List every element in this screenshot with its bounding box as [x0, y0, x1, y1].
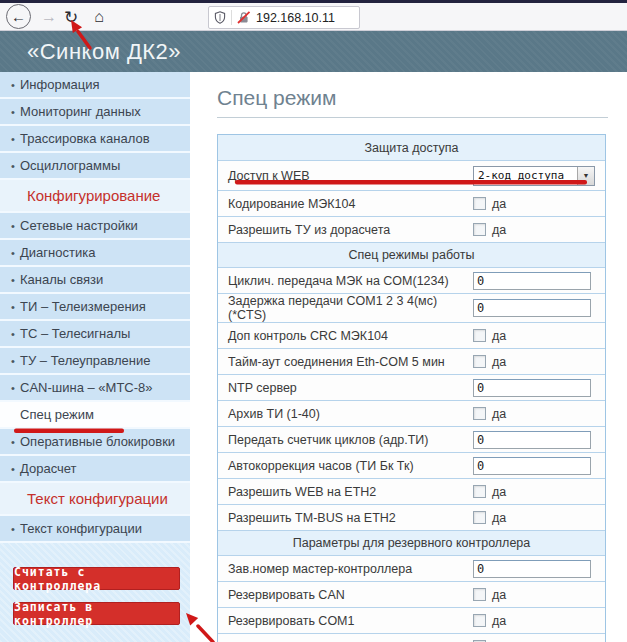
sidebar-item-active[interactable]: •Спец режим	[0, 402, 190, 429]
table-row: Кодирование МЭК104да	[218, 190, 605, 216]
row-control: да	[473, 511, 605, 525]
sidebar-buttons: Считать с контроллера Записать в контрол…	[13, 567, 180, 636]
sidebar-item-link[interactable]: •ТИ – Телеизмерения	[0, 294, 190, 321]
checkbox-suffix-label: да	[492, 329, 506, 343]
sidebar-item-label: Дорасчет	[20, 461, 77, 476]
page-title: Спец режим	[217, 86, 608, 118]
checkbox-suffix-label: да	[492, 407, 506, 421]
checkbox[interactable]	[473, 355, 486, 368]
site-header: «Синком ДК2»	[0, 31, 627, 72]
sidebar-item-label: Осциллограммы	[20, 158, 120, 173]
row-label: Автокоррекция часов (ТИ Бк Тк)	[218, 459, 473, 473]
checkbox[interactable]	[473, 329, 486, 342]
section-header-label: Защита доступа	[364, 141, 458, 155]
bullet-icon: •	[6, 220, 20, 232]
browser-toolbar: ← → ↻ ⌂ 192.168.10.11	[0, 3, 627, 31]
checkbox-suffix-label: да	[492, 588, 506, 602]
bullet-icon: •	[6, 463, 20, 475]
access-mode-select[interactable]: 2-код доступа▼	[473, 166, 595, 186]
sidebar-item-link[interactable]: •Диагностика	[0, 240, 190, 267]
select-value: 2-код доступа	[474, 167, 577, 185]
value-input[interactable]	[473, 457, 591, 475]
bullet-icon: •	[6, 436, 20, 448]
sidebar-item-link[interactable]: •Текст конфигурации	[0, 516, 190, 543]
checkbox[interactable]	[473, 588, 486, 601]
value-input[interactable]	[473, 560, 591, 578]
insecure-lock-icon[interactable]	[237, 11, 251, 24]
table-row: Архив ТИ (1-40)да	[218, 400, 605, 426]
sidebar-item-link[interactable]: •Сетевые настройки	[0, 213, 190, 240]
row-label: Разрешить TM-BUS на ETH2	[218, 511, 473, 525]
table-section-header: Параметры для резервного контроллера	[218, 530, 605, 555]
sidebar-item-label: ТИ – Телеизмерения	[20, 299, 146, 314]
checkbox-suffix-label: да	[492, 197, 506, 211]
row-control	[473, 457, 605, 475]
row-control: да	[473, 329, 605, 343]
bullet-icon: •	[6, 247, 20, 259]
row-label: Резервировать COM1	[218, 614, 473, 628]
row-control: да	[473, 485, 605, 499]
checkbox-suffix-label: да	[492, 223, 506, 237]
sidebar-item-link[interactable]: •Дорасчет	[0, 456, 190, 483]
bullet-icon: •	[6, 382, 20, 394]
table-row: Разрешить WEB на ETH2да	[218, 478, 605, 504]
checkbox[interactable]	[473, 614, 486, 627]
row-label: Циклич. передача МЭК на COM(1234)	[218, 274, 473, 288]
settings-table: Защита доступаДоступ к WEB2-код доступа▼…	[217, 134, 606, 642]
checkbox[interactable]	[473, 223, 486, 236]
table-row: Доп контроль CRC МЭК104да	[218, 322, 605, 348]
read-from-controller-button[interactable]: Считать с контроллера	[13, 567, 180, 590]
reload-button[interactable]: ↻	[58, 4, 84, 30]
row-label: Зав.номер мастер-контроллера	[218, 562, 473, 576]
row-control: да	[473, 355, 605, 369]
checkbox[interactable]	[473, 197, 486, 210]
bullet-icon: •	[6, 301, 20, 313]
chevron-down-icon[interactable]: ▼	[577, 167, 594, 185]
sidebar-item-link[interactable]: •ТС – Телесигналы	[0, 321, 190, 348]
row-control: да	[473, 588, 605, 602]
sidebar-item-link[interactable]: •ТУ – Телеуправление	[0, 348, 190, 375]
value-input[interactable]	[473, 272, 591, 290]
row-control	[473, 379, 605, 397]
sidebar-item-link[interactable]: •Каналы связи	[0, 267, 190, 294]
sidebar-item-link[interactable]: •CAN-шина – «МТС-8»	[0, 375, 190, 402]
checkbox-suffix-label: да	[492, 355, 506, 369]
row-control: да	[473, 197, 605, 211]
bullet-icon: •	[6, 106, 20, 118]
row-label: Задержка передачи COM1 2 3 4(мс)(*CTS)	[218, 294, 473, 322]
sidebar-item-label: Трассировка каналов	[20, 131, 150, 146]
address-separator	[231, 10, 232, 25]
checkbox[interactable]	[473, 407, 486, 420]
shield-icon[interactable]	[214, 11, 226, 24]
table-row: Доступ к WEB2-код доступа▼	[218, 160, 605, 190]
home-button[interactable]: ⌂	[86, 4, 112, 30]
row-control	[473, 272, 605, 290]
sidebar-item-link[interactable]: •Информация	[0, 72, 190, 99]
table-row: Резервировать COM2да	[218, 633, 605, 642]
main-content: Спец режим Защита доступаДоступ к WEB2-к…	[190, 72, 627, 642]
row-control: да	[473, 407, 605, 421]
value-input[interactable]	[473, 431, 591, 449]
bullet-icon: •	[6, 160, 20, 172]
table-row: Циклич. передача МЭК на COM(1234)	[218, 267, 605, 293]
sidebar-item-link[interactable]: •Оперативные блокировки	[0, 429, 190, 456]
checkbox[interactable]	[473, 485, 486, 498]
value-input[interactable]	[473, 299, 591, 317]
sidebar-item-label: Диагностика	[20, 245, 95, 260]
sidebar-item-label: Сетевые настройки	[20, 218, 138, 233]
value-input[interactable]	[473, 379, 591, 397]
row-control: 2-код доступа▼	[473, 166, 605, 186]
sidebar-item-label: Спец режим	[20, 407, 94, 422]
back-button[interactable]: ←	[6, 4, 31, 29]
sidebar-item-link[interactable]: •Осциллограммы	[0, 153, 190, 180]
row-label: Резервировать CAN	[218, 588, 473, 602]
sidebar-item-link[interactable]: •Трассировка каналов	[0, 126, 190, 153]
sidebar-item-label: Текст конфигурации	[20, 521, 142, 536]
checkbox[interactable]	[473, 511, 486, 524]
table-row: Автокоррекция часов (ТИ Бк Тк)	[218, 452, 605, 478]
bullet-icon: •	[6, 355, 20, 367]
row-label: Разрешить ТУ из дорасчета	[218, 223, 473, 237]
address-bar[interactable]: 192.168.10.11	[208, 6, 360, 29]
write-to-controller-button[interactable]: Записать в контроллер	[13, 602, 180, 625]
sidebar-item-link[interactable]: •Мониторинг данных	[0, 99, 190, 126]
